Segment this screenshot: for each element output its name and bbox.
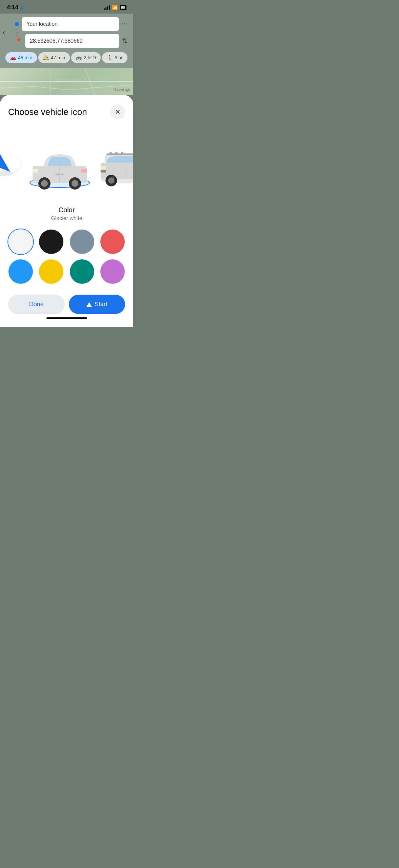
color-sublabel: Glacier white — [8, 215, 125, 221]
route-connector — [17, 32, 18, 37]
swap-button[interactable]: ⇅ — [122, 37, 128, 45]
walk-icon: 🚶 — [107, 55, 113, 60]
status-bar: 4:14 ▲ 📶 90 — [0, 0, 133, 14]
map-area-label: चिपयाना खुर्द — [114, 88, 130, 92]
color-purple[interactable] — [100, 259, 125, 284]
svg-rect-14 — [56, 174, 59, 175]
car-vehicle-svg — [26, 139, 94, 190]
color-blue[interactable] — [8, 259, 33, 284]
color-grey[interactable] — [70, 230, 94, 254]
home-bar — [46, 317, 87, 319]
transport-walk-chip[interactable]: 🚶 6 hr — [102, 52, 127, 63]
wifi-icon: 📶 — [112, 5, 118, 10]
svg-rect-11 — [33, 169, 38, 173]
color-red[interactable] — [100, 230, 125, 254]
done-button[interactable]: Done — [8, 295, 65, 314]
transport-bike-chip[interactable]: 🛵 47 min — [38, 52, 70, 63]
svg-marker-4 — [0, 154, 10, 172]
close-button[interactable]: ✕ — [110, 104, 125, 119]
svg-point-22 — [121, 152, 123, 154]
battery-indicator: 90 — [120, 5, 126, 10]
map-preview: चिपयाना खुर्द — [0, 68, 133, 95]
car-icon: 🚗 — [10, 55, 16, 60]
transit-time: 2 hr 9 — [84, 55, 96, 60]
transport-car-chip[interactable]: 🚗 48 min — [5, 52, 37, 63]
back-button[interactable]: ‹ — [3, 28, 5, 37]
svg-point-20 — [109, 152, 112, 154]
transport-modes: 🚗 48 min 🛵 47 min 🚌 2 hr 9 🚶 6 hr — [5, 51, 128, 64]
destination-row: 📍 ⇅ — [15, 34, 128, 48]
arrow-vehicle-container — [0, 154, 20, 174]
bottom-sheet: Choose vehicle icon ✕ — [0, 95, 133, 327]
status-time: 4:14 ▲ — [7, 4, 24, 11]
sheet-title: Choose vehicle icon — [8, 107, 87, 117]
origin-input[interactable] — [22, 17, 119, 31]
close-icon: ✕ — [115, 108, 121, 116]
color-white[interactable] — [8, 230, 33, 254]
svg-rect-15 — [60, 174, 64, 175]
action-buttons: Done Start — [8, 295, 125, 314]
car-vehicle-container — [26, 139, 94, 190]
suv-vehicle-svg — [96, 139, 134, 190]
color-label: Color — [8, 206, 125, 214]
walk-time: 6 hr — [115, 55, 123, 60]
signal-icon — [104, 5, 110, 10]
vehicle-carousel[interactable] — [0, 130, 133, 198]
route-inputs: ‹ ··· 📍 ⇅ — [5, 17, 128, 48]
origin-dot-icon — [15, 22, 19, 26]
vehicle-arrow-item[interactable] — [0, 154, 20, 174]
start-button[interactable]: Start — [69, 295, 125, 314]
destination-pin-icon: 📍 — [15, 38, 22, 44]
arrow-vehicle-svg — [0, 152, 14, 176]
sheet-title-row: Choose vehicle icon ✕ — [8, 104, 125, 119]
status-right: 📶 90 — [104, 5, 126, 10]
svg-point-21 — [115, 152, 118, 154]
destination-input[interactable] — [25, 34, 119, 48]
svg-rect-27 — [100, 166, 105, 170]
svg-point-8 — [41, 180, 48, 187]
transport-transit-chip[interactable]: 🚌 2 hr 9 — [71, 52, 101, 63]
transit-icon: 🚌 — [76, 55, 82, 60]
home-indicator — [8, 314, 125, 320]
color-grid — [8, 230, 125, 284]
vehicle-car-item[interactable] — [26, 139, 94, 190]
bike-icon: 🛵 — [43, 55, 49, 60]
origin-row: ··· — [15, 17, 128, 31]
color-teal[interactable] — [70, 259, 94, 284]
more-options-button[interactable]: ··· — [122, 21, 128, 28]
car-time: 48 min — [18, 55, 32, 60]
map-header: ‹ ··· 📍 ⇅ 🚗 48 min 🛵 47 min 🚌 2 — [0, 14, 133, 68]
color-black[interactable] — [39, 230, 63, 254]
start-nav-icon — [86, 302, 92, 307]
svg-point-3 — [0, 171, 13, 176]
bike-time: 47 min — [51, 55, 65, 60]
location-arrow-icon: ▲ — [20, 5, 24, 10]
svg-point-10 — [72, 180, 78, 187]
svg-rect-12 — [81, 169, 87, 173]
svg-rect-28 — [100, 170, 105, 173]
vehicle-suv-item[interactable] — [96, 139, 134, 190]
svg-point-24 — [108, 177, 114, 184]
color-yellow[interactable] — [39, 259, 63, 284]
